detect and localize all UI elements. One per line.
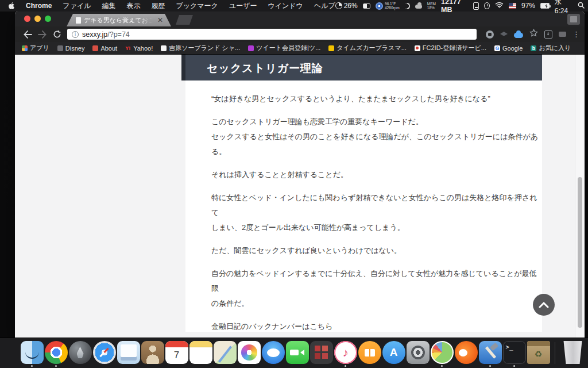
bag-dock-icon[interactable]: ♻	[527, 341, 550, 367]
memory-status[interactable]: MEM18%	[427, 2, 436, 10]
fc2-favicon	[415, 45, 420, 51]
reload-button[interactable]	[53, 30, 61, 39]
menu-users[interactable]: ユーザー	[229, 1, 257, 11]
itunes-dock-icon[interactable]: ♪	[334, 341, 357, 367]
photos-dock-icon[interactable]	[237, 341, 261, 367]
browser-tab[interactable]: デキる男なら覚えておこう!恋愛 ✕	[67, 14, 171, 26]
diskpie-icon	[431, 341, 454, 364]
download-extension-icon[interactable]	[544, 30, 552, 39]
dock-separator	[555, 342, 555, 364]
menu-bookmarks[interactable]: ブックマーク	[176, 1, 218, 11]
us-flag-input-icon[interactable]	[509, 3, 516, 9]
back-button[interactable]	[23, 30, 32, 39]
dropbox-extension-icon[interactable]	[500, 32, 508, 39]
finder-dock-icon[interactable]	[20, 341, 44, 367]
sysprefs-icon	[407, 341, 430, 364]
bookmark-apps[interactable]: アプリ	[22, 44, 49, 52]
menu-history[interactable]: 履歴	[151, 1, 165, 11]
bookmark-star-icon[interactable]	[529, 29, 538, 40]
chrome-dock-icon[interactable]	[44, 341, 68, 367]
menu-help[interactable]: ヘルプ	[314, 1, 335, 11]
spotlight-search-icon[interactable]	[578, 2, 585, 10]
wifi-icon[interactable]	[495, 2, 504, 10]
terminal-icon: >_	[503, 341, 526, 364]
extension-wheel-icon[interactable]	[486, 30, 494, 39]
dock-apps: 7♪A>_♻	[20, 341, 550, 367]
terminal-dock-icon[interactable]: >_	[502, 341, 526, 367]
menu-view[interactable]: 表示	[126, 1, 140, 11]
menu-window[interactable]: ウインドウ	[268, 1, 303, 11]
cloud-extension-icon[interactable]	[514, 33, 523, 38]
new-tab-button[interactable]	[176, 15, 193, 25]
diskpie-dock-icon[interactable]	[430, 341, 454, 367]
bookmark-about[interactable]: About	[92, 45, 117, 52]
ibooks-dock-icon[interactable]	[358, 341, 381, 367]
fan-status[interactable]: 96.1°F4280rpm	[376, 2, 400, 10]
bookmark-times[interactable]: タイムズカープラスマ...	[328, 44, 407, 52]
page-favicon	[76, 17, 81, 24]
notes-dock-icon[interactable]	[189, 341, 212, 367]
profile-icon	[570, 16, 577, 22]
drive-icon[interactable]	[473, 2, 479, 10]
forward-button[interactable]	[38, 30, 47, 39]
tweet-favicon	[248, 45, 254, 51]
messages-dock-icon[interactable]	[261, 341, 285, 367]
facetime-dock-icon[interactable]	[285, 341, 309, 367]
zoom-window-button[interactable]	[45, 16, 51, 22]
paragraph: 自分の魅力をベッドインするまでに十分伝え、自分に対して女性が魅力を感じていること…	[211, 266, 540, 311]
bookmark-yahoo[interactable]: Y!Yahoo!	[125, 45, 153, 52]
calendar-icon: 7	[165, 341, 188, 364]
collapsed-extension-icon[interactable]	[559, 32, 566, 37]
address-bar[interactable]: i sexxy.jp/?p=74	[67, 29, 477, 40]
bing-favicon: b	[531, 45, 536, 51]
photobooth-dock-icon[interactable]	[310, 341, 333, 367]
memory-mb[interactable]: 12177 MB	[441, 0, 468, 14]
scroll-to-top-button[interactable]	[533, 294, 555, 316]
safari-dock-icon[interactable]	[92, 341, 116, 367]
menu-file[interactable]: ファイル	[63, 1, 91, 11]
menu-app-name[interactable]: Chrome	[26, 2, 52, 10]
scrollbar-thumb[interactable]	[578, 177, 582, 328]
appstore-dock-icon[interactable]: A	[382, 341, 405, 367]
article-header: セックストリガー理論	[181, 55, 542, 80]
trash-icon	[562, 341, 585, 364]
cpu-status[interactable]: 26%	[335, 2, 358, 10]
yahoo-favicon: Y!	[125, 45, 131, 51]
site-info-icon[interactable]: i	[72, 31, 79, 38]
close-window-button[interactable]	[24, 16, 30, 22]
battery-percent[interactable]: 97%	[521, 2, 535, 10]
article-body: “女は好きな男とセックスするというより、たまたまセックスした男を好きになる” こ…	[185, 80, 542, 338]
gom-dock-icon[interactable]	[454, 341, 478, 367]
maps-icon	[214, 341, 237, 364]
time-machine-icon[interactable]	[484, 2, 490, 9]
bookmark-yoshiwara[interactable]: 吉原ソープランド シャ...	[161, 44, 240, 52]
apple-menu-icon[interactable]	[8, 2, 15, 10]
trash-dock-icon[interactable]	[561, 341, 585, 367]
sysprefs-dock-icon[interactable]	[406, 341, 430, 367]
menu-edit[interactable]: 編集	[102, 1, 115, 11]
battery-charging-icon[interactable]	[540, 3, 550, 9]
minimize-window-button[interactable]	[34, 16, 41, 22]
bookmark-favorites[interactable]: bお気に入り	[531, 44, 571, 52]
chrome-icon	[45, 341, 68, 364]
launchpad-dock-icon[interactable]	[68, 341, 92, 367]
bookmark-google[interactable]: GGoogle	[494, 45, 523, 52]
bookmark-disney[interactable]: Disney	[57, 45, 85, 52]
tab-close-icon[interactable]: ✕	[157, 17, 163, 24]
profile-button[interactable]	[567, 14, 580, 25]
contacts-dock-icon[interactable]	[141, 341, 164, 367]
page-favicon	[161, 45, 167, 51]
chrome-menu-icon[interactable]: ⋮	[572, 32, 580, 37]
article-column: セックストリガー理論 “女は好きな男とセックスするというより、たまたまセックスし…	[185, 55, 542, 332]
mail-dock-icon[interactable]	[117, 341, 140, 367]
moon-icon[interactable]	[405, 3, 410, 9]
maps-dock-icon[interactable]	[213, 341, 237, 367]
bookmark-tweet[interactable]: ツイート会員登録|ツ...	[248, 44, 320, 52]
calendar-dock-icon[interactable]: 7	[165, 341, 188, 367]
xcode-dock-icon[interactable]	[478, 341, 502, 367]
bookmark-fc2[interactable]: FC2ID-登録済サービ...	[415, 44, 486, 52]
cloud-icon[interactable]	[415, 5, 422, 9]
battery-swap-icon[interactable]	[363, 3, 370, 9]
menu-clock[interactable]: 水 6:24	[555, 0, 572, 15]
quote-paragraph: “女は好きな男とセックスするというより、たまたまセックスした男を好きになる”	[211, 91, 540, 106]
